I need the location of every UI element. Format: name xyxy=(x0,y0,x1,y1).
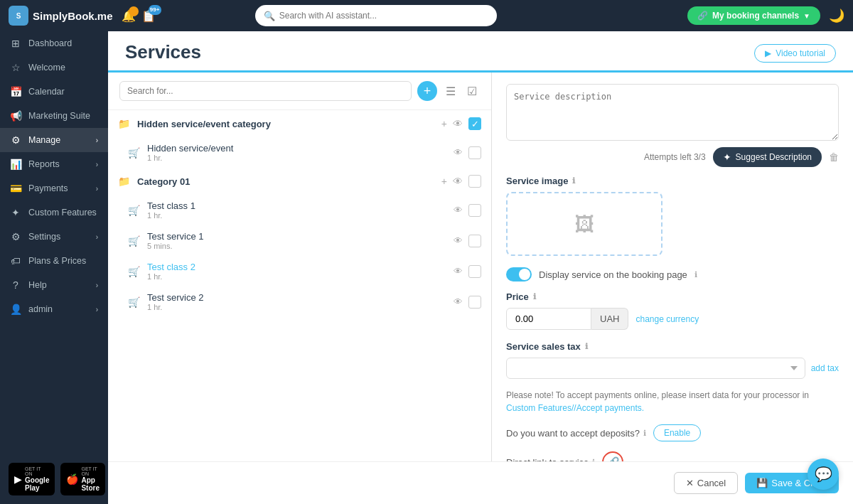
sidebar-item-reports[interactable]: 📊 Reports › xyxy=(0,152,108,176)
cart-icon: 🛒 xyxy=(128,205,140,216)
service-visibility-btn[interactable]: 👁 xyxy=(454,205,463,215)
footer-actions: ✕ Cancel 💾 Save & Close xyxy=(108,461,853,504)
add-to-category-btn[interactable]: + xyxy=(441,118,447,129)
accept-payments-link[interactable]: Custom Features//Accept payments. xyxy=(506,403,644,413)
sidebar-item-dashboard[interactable]: ⊞ Dashboard xyxy=(0,31,108,55)
sidebar-item-manage[interactable]: ⚙ Manage › xyxy=(0,128,108,152)
cart-icon: 🛒 xyxy=(128,147,140,159)
save-icon: 💾 xyxy=(756,478,768,488)
link-icon: 🔗 xyxy=(697,11,708,21)
tax-select[interactable] xyxy=(506,358,805,379)
chevron-right-icon: › xyxy=(96,161,98,168)
add-tax-link[interactable]: add tax xyxy=(811,363,839,373)
admin-icon: 👤 xyxy=(10,304,21,315)
app-store-badge[interactable]: 🍎 GET IT ON App Store xyxy=(60,463,105,495)
category-name: Category 01 xyxy=(137,176,434,187)
folder-icon: 📁 xyxy=(118,176,130,187)
category-row: 📁 Category 01 + 👁 xyxy=(108,168,491,195)
content-area: Services ▶ Video tutorial + ☰ ☑ xyxy=(108,31,853,504)
play-icon: ▶ xyxy=(765,48,771,58)
video-tutorial-btn[interactable]: ▶ Video tutorial xyxy=(754,44,836,63)
service-visibility-btn[interactable]: 👁 xyxy=(454,235,463,246)
sidebar-item-help[interactable]: ? Help › xyxy=(0,273,108,297)
service-actions: 👁 xyxy=(454,296,481,309)
service-checkbox[interactable] xyxy=(468,296,481,309)
dashboard-icon: ⊞ xyxy=(10,38,21,49)
category-actions: + 👁 xyxy=(441,175,481,188)
change-currency-link[interactable]: change currency xyxy=(635,314,699,324)
add-service-btn[interactable]: + xyxy=(417,81,437,101)
category-checkbox[interactable]: ✓ xyxy=(468,117,481,130)
service-visibility-btn[interactable]: 👁 xyxy=(454,266,463,277)
reports-icon: 📊 xyxy=(10,159,21,170)
services-search-input[interactable] xyxy=(119,81,412,101)
service-checkbox[interactable] xyxy=(468,146,481,159)
page-header: Services ▶ Video tutorial xyxy=(108,31,853,73)
sidebar-item-welcome[interactable]: ☆ Welcome xyxy=(0,55,108,80)
ai-icon: ✦ xyxy=(723,151,731,163)
category-checkbox[interactable] xyxy=(468,175,481,188)
marketing-icon: 📢 xyxy=(10,110,21,122)
service-name: Test service 1 xyxy=(147,231,446,242)
notification-bell-btn[interactable]: 🔔 xyxy=(122,9,136,23)
display-toggle-label: Display service on the booking page xyxy=(539,269,687,280)
link-icon: 🔗 xyxy=(607,456,619,461)
service-row: 🛒 Test service 1 5 mins. 👁 xyxy=(108,225,491,256)
sidebar-item-settings[interactable]: ⚙ Settings › xyxy=(0,225,108,249)
sidebar-item-label: admin xyxy=(28,304,53,314)
grid-view-btn[interactable]: ☑ xyxy=(464,82,480,101)
copy-link-btn[interactable]: 🔗 xyxy=(602,451,623,461)
info-icon: ℹ xyxy=(533,292,536,301)
service-duration: 5 mins. xyxy=(147,242,446,250)
search-icon: 🔍 xyxy=(264,11,275,21)
service-info: Test service 2 1 hr. xyxy=(147,292,446,311)
service-description-textarea[interactable] xyxy=(506,84,839,141)
list-view-btn[interactable]: ☰ xyxy=(443,82,458,101)
calendar-icon: 📅 xyxy=(10,86,21,97)
hide-category-btn[interactable]: 👁 xyxy=(453,118,463,129)
service-actions: 👁 xyxy=(454,265,481,278)
service-visibility-btn[interactable]: 👁 xyxy=(454,296,463,307)
direct-link-row: Direct link to service ℹ 🔗 xyxy=(506,451,839,461)
cancel-btn[interactable]: ✕ Cancel xyxy=(674,472,738,494)
service-checkbox[interactable] xyxy=(468,204,481,217)
price-input[interactable] xyxy=(506,308,591,330)
search-input[interactable] xyxy=(279,11,488,21)
service-duration: 1 hr. xyxy=(147,303,446,311)
sidebar-item-plans[interactable]: 🏷 Plans & Prices xyxy=(0,249,108,273)
sidebar-item-label: Dashboard xyxy=(28,38,72,48)
category-actions: + 👁 ✓ xyxy=(441,117,481,130)
main-layout: ⊞ Dashboard ☆ Welcome 📅 Calendar 📢 Marke… xyxy=(0,31,853,504)
sidebar-item-admin[interactable]: 👤 admin › xyxy=(0,297,108,321)
attempts-row: Attempts left 3/3 ✦ Suggest Description … xyxy=(506,147,839,167)
hide-category-btn[interactable]: 👁 xyxy=(453,176,463,187)
payment-notice: Please note! To accept payments online, … xyxy=(506,389,839,414)
info-icon: ℹ xyxy=(585,342,588,351)
service-checkbox[interactable] xyxy=(468,265,481,278)
add-to-category-btn[interactable]: + xyxy=(441,176,447,187)
services-panel: + ☰ ☑ 📁 Hidden service/event category + … xyxy=(108,73,492,461)
services-search-bar: + ☰ ☑ xyxy=(108,73,491,110)
service-checkbox[interactable] xyxy=(468,235,481,247)
chat-bubble-btn[interactable]: 💬 xyxy=(808,459,839,490)
service-visibility-btn[interactable]: 👁 xyxy=(454,147,463,158)
sidebar-item-calendar[interactable]: 📅 Calendar xyxy=(0,80,108,104)
chevron-down-icon: ▼ xyxy=(803,12,810,20)
sidebar: ⊞ Dashboard ☆ Welcome 📅 Calendar 📢 Marke… xyxy=(0,31,108,504)
dark-mode-btn[interactable]: 🌙 xyxy=(829,8,844,23)
booking-channels-btn[interactable]: 🔗 My booking channels ▼ xyxy=(687,6,820,25)
tasks-btn[interactable]: 📋 99+ xyxy=(141,9,156,23)
chevron-right-icon: › xyxy=(96,306,98,313)
deposit-label: Do you want to accept deposits? ℹ xyxy=(506,428,646,439)
sidebar-item-marketing[interactable]: 📢 Marketing Suite xyxy=(0,104,108,128)
display-toggle[interactable] xyxy=(506,267,532,282)
service-row: 🛒 Hidden service/event 1 hr. 👁 xyxy=(108,137,491,168)
enable-deposits-btn[interactable]: Enable xyxy=(653,424,701,441)
image-upload-area[interactable]: 🖼 xyxy=(506,192,662,256)
google-play-badge[interactable]: ▶ GET IT ON Google Play xyxy=(9,463,55,495)
sidebar-item-label: Calendar xyxy=(28,87,65,97)
sidebar-item-custom[interactable]: ✦ Custom Features xyxy=(0,200,108,225)
sidebar-item-payments[interactable]: 💳 Payments › xyxy=(0,176,108,200)
suggest-description-btn[interactable]: ✦ Suggest Description xyxy=(713,147,822,167)
delete-description-btn[interactable]: 🗑 xyxy=(829,151,839,163)
